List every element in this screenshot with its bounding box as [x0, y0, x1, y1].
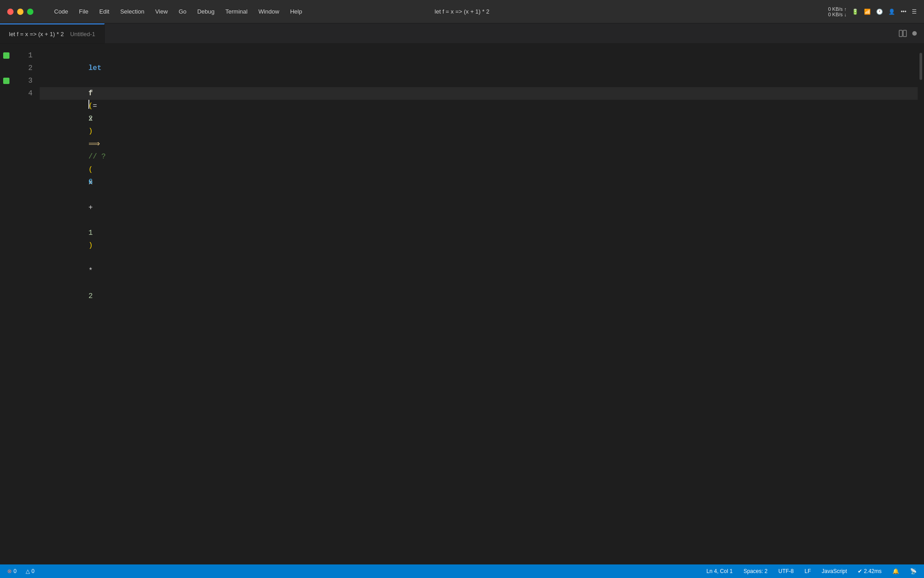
gutter-square-1: [3, 52, 9, 59]
status-right: Ln 4, Col 1 Spaces: 2 UTF-8 LF JavaScrip…: [705, 568, 919, 574]
menu-window[interactable]: Window: [254, 6, 284, 17]
space-before-result: [88, 165, 93, 173]
multiply-op: *: [88, 267, 93, 275]
gutter-item-2: [0, 62, 13, 75]
menu-code[interactable]: Code: [50, 6, 73, 17]
menu-terminal[interactable]: Terminal: [221, 6, 252, 17]
gutter-square-3: [3, 78, 9, 84]
svg-rect-0: [899, 30, 902, 37]
line-number-1: 1: [13, 49, 40, 62]
indentation[interactable]: Spaces: 2: [742, 568, 769, 574]
traffic-lights: [7, 9, 33, 15]
editor-area: 1 2 3 4 let f = x ⟹ ( x: [0, 44, 924, 564]
more-icon: •••: [901, 9, 906, 15]
code-editor[interactable]: let f = x ⟹ ( x + 1 ) *: [40, 44, 918, 564]
scrollbar-track[interactable]: [918, 44, 924, 564]
error-circle-icon: ⊗: [7, 568, 12, 574]
menu-debug[interactable]: Debug: [193, 6, 219, 17]
timing-display: ✔ 2.42ms: [856, 568, 883, 574]
split-editor-button[interactable]: [899, 29, 907, 37]
close-button[interactable]: [7, 9, 14, 15]
system-icons: 0 KB/s ↑0 KB/s ↓ 🔋 📶 🕐 👤 ••• ☰: [828, 6, 917, 17]
cursor-position[interactable]: Ln 4, Col 1: [705, 568, 735, 574]
title-bar: Code File Edit Selection View Go Debug T…: [0, 0, 924, 23]
notifications-icon[interactable]: 🔔: [891, 568, 901, 574]
var-space: [88, 77, 93, 85]
menu-view[interactable]: View: [151, 6, 172, 17]
list-icon: ☰: [912, 9, 917, 15]
error-count[interactable]: ⊗ 0: [5, 568, 18, 574]
active-tab[interactable]: let f = x => (x + 1) * 2 Untitled-1: [0, 23, 105, 43]
editor-content: 1 2 3 4 let f = x ⟹ ( x: [0, 44, 924, 564]
cursor: [88, 100, 94, 109]
status-bar: ⊗ 0 △ 0 Ln 4, Col 1 Spaces: 2 UTF-8 LF J…: [0, 564, 924, 578]
fn-call-f: f: [88, 89, 93, 98]
minimize-button[interactable]: [17, 9, 23, 15]
call-arg-2: 2: [88, 115, 93, 123]
plus-op: +: [88, 204, 93, 212]
num-1: 1: [88, 229, 93, 237]
editor-wrapper[interactable]: 1 2 3 4 let f = x ⟹ ( x: [0, 44, 924, 564]
svg-rect-1: [903, 30, 906, 37]
menu-edit[interactable]: Edit: [95, 6, 114, 17]
gutter-item-3: [0, 75, 13, 87]
code-line-3: f ( 2 ) // ? 6: [40, 75, 918, 87]
code-line-2: [40, 62, 918, 75]
wifi-icon: 📶: [864, 9, 871, 15]
status-left: ⊗ 0 △ 0: [5, 568, 36, 574]
space6: [88, 280, 93, 288]
code-line-1: let f = x ⟹ ( x + 1 ) *: [40, 49, 918, 62]
window-title: let f = x => (x + 1) * 2: [434, 8, 489, 15]
maximize-button[interactable]: [27, 9, 33, 15]
comment-slash: // ?: [88, 153, 106, 161]
error-number: 0: [14, 568, 17, 574]
line-number-3: 3: [13, 75, 40, 87]
result-value: 6: [88, 178, 93, 186]
warning-triangle-icon: △: [26, 568, 30, 574]
tab-file-name: let f = x => (x + 1) * 2: [9, 31, 64, 37]
num-2: 2: [88, 292, 93, 300]
line-ending[interactable]: LF: [803, 568, 813, 574]
gutter: [0, 44, 13, 564]
space-before-comment: [88, 140, 93, 148]
space3: [88, 191, 93, 199]
keyword-let: let: [88, 64, 102, 72]
broadcast-icon[interactable]: 📡: [908, 568, 919, 574]
clock-icon: 🕐: [876, 9, 883, 15]
gutter-item-1: [0, 49, 13, 62]
menu-selection[interactable]: Selection: [116, 6, 148, 17]
line-number-4: 4: [13, 87, 40, 100]
warning-count[interactable]: △ 0: [24, 568, 37, 574]
gutter-item-4: [0, 87, 13, 100]
battery-icon: 🔋: [852, 9, 859, 15]
tab-right-actions: [892, 23, 924, 43]
unsaved-indicator: [912, 31, 917, 36]
menu-file[interactable]: File: [74, 6, 93, 17]
tab-subtitle: Untitled-1: [70, 31, 95, 37]
tab-bar: let f = x => (x + 1) * 2 Untitled-1: [0, 23, 924, 44]
network-upload-icon: 0 KB/s ↑0 KB/s ↓: [828, 6, 846, 17]
line-numbers: 1 2 3 4: [13, 44, 40, 564]
space5: [88, 254, 93, 262]
call-close-paren: ): [88, 127, 93, 135]
close-paren: ): [88, 242, 93, 250]
menu-help[interactable]: Help: [286, 6, 307, 17]
space4: [88, 216, 93, 224]
menu-go[interactable]: Go: [174, 6, 191, 17]
code-line-4: [40, 87, 918, 100]
warning-number: 0: [32, 568, 35, 574]
language-mode[interactable]: JavaScript: [820, 568, 849, 574]
tab-empty-space: [105, 23, 892, 43]
user-icon: 👤: [888, 9, 895, 15]
encoding[interactable]: UTF-8: [776, 568, 795, 574]
line-number-2: 2: [13, 62, 40, 75]
scrollbar-handle[interactable]: [919, 53, 922, 80]
